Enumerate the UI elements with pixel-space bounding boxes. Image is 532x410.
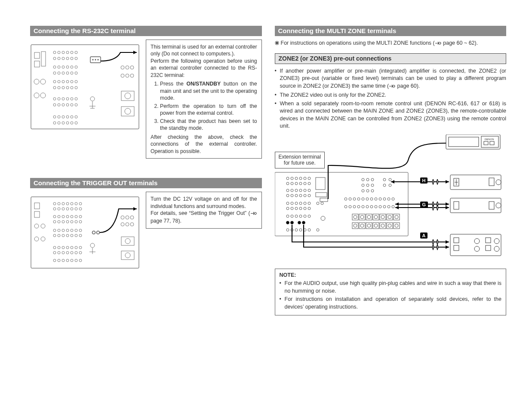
zone2-b2: The ZONE2 video out is only for the ZONE… [275, 92, 507, 99]
note-box: NOTE: For the AUDIO output, use high qua… [275, 269, 507, 316]
svg-rect-177 [490, 141, 494, 145]
rs232c-row: This terminal is used for an external co… [30, 40, 262, 159]
svg-point-71 [98, 59, 98, 60]
left-column: Connecting the RS-232C terminal [30, 26, 262, 315]
trigger-diagram [30, 196, 140, 269]
svg-point-69 [92, 59, 93, 60]
svg-rect-317 [486, 245, 491, 251]
svg-point-224 [302, 221, 305, 224]
svg-rect-308 [454, 202, 459, 209]
svg-rect-84 [31, 197, 139, 268]
right-column: Connecting the MULTI ZONE terminals For … [275, 26, 507, 315]
svg-point-315 [474, 246, 480, 251]
svg-point-223 [298, 221, 301, 224]
multizone-intro: For instructions on operations using the… [275, 40, 507, 48]
svg-rect-305 [489, 178, 494, 186]
heading-rs232c: Connecting the RS-232C terminal [30, 26, 262, 36]
zone2-b1: If another power amplifier or pre-main (… [275, 67, 507, 91]
rs232c-p1: This terminal is used for an external co… [151, 44, 257, 57]
trigger-row: Turn the DC 12V voltage on and off for t… [30, 192, 262, 269]
rs232c-steps: Press the ON/STANDBY button on the main … [151, 80, 257, 132]
svg-point-70 [95, 59, 96, 60]
rs232c-step-1: Press the ON/STANDBY button on the main … [160, 80, 257, 101]
rs232c-diagram [30, 44, 140, 130]
svg-point-318 [494, 239, 499, 244]
svg-point-222 [290, 221, 293, 224]
svg-point-319 [494, 246, 499, 251]
svg-point-310 [496, 203, 501, 208]
rs232c-p2: Perform the following operation before u… [151, 58, 257, 78]
rs232c-text-box: This terminal is used for an external co… [146, 40, 262, 159]
page-ref-icon [250, 211, 257, 217]
svg-point-221 [286, 221, 289, 224]
trigger-p2a: For details, see “Setting the Trigger Ou… [151, 210, 250, 216]
svg-rect-316 [486, 238, 491, 243]
rs232c-step-3: Check that the product has been set to t… [160, 118, 257, 132]
trigger-text-box: Turn the DC 12V voltage on and off for t… [146, 192, 262, 229]
zone2-bullets: If another power amplifier or pre-main (… [275, 67, 507, 130]
svg-point-314 [474, 239, 480, 244]
rs232c-step-2: Perform the operation to turn off the po… [160, 103, 257, 117]
heading-trigger: Connecting the TRIGGER OUT terminals [30, 178, 262, 188]
on-standby-button-label: ON/STANDBY [186, 81, 221, 87]
svg-rect-312 [454, 238, 459, 243]
diagram-label-G: G [420, 202, 428, 208]
svg-rect-309 [489, 202, 494, 209]
diagram-label-H: H [420, 177, 428, 184]
svg-marker-320 [446, 180, 449, 184]
diagram-label-A: A [420, 233, 428, 239]
svg-rect-173 [449, 137, 479, 147]
page-ref-icon [435, 40, 442, 48]
note-asterisk-icon [275, 40, 279, 48]
note-title: NOTE: [280, 272, 502, 279]
svg-rect-0 [31, 45, 139, 129]
svg-point-306 [496, 180, 501, 185]
svg-marker-323 [446, 206, 449, 209]
zone2-b3: When a sold separately room-to-room remo… [275, 100, 507, 130]
heading-multizone: Connecting the MULTI ZONE terminals [275, 26, 507, 36]
page-ref-icon [389, 83, 396, 91]
trigger-p2b: page 77, 78). [151, 218, 181, 224]
rs232c-p3: After checking the above, check the conn… [151, 134, 257, 154]
svg-rect-313 [454, 245, 459, 251]
manual-page: Connecting the RS-232C terminal [0, 0, 532, 333]
note-1: For the AUDIO output, use high quality p… [280, 280, 502, 295]
extension-terminal-label: Extension terminal for future use. [275, 152, 325, 169]
svg-marker-326 [446, 240, 449, 244]
subheading-zone2: ZONE2 (or ZONE3) pre-out connections [275, 53, 507, 64]
svg-rect-176 [484, 141, 488, 145]
svg-marker-327 [446, 245, 449, 249]
svg-text:DENON: DENON [485, 138, 494, 141]
svg-marker-322 [446, 202, 449, 206]
note-2: For instructions on installation and ope… [280, 296, 502, 311]
multizone-diagram: Extension terminal for future use. H G A… [275, 135, 503, 259]
trigger-p1: Turn the DC 12V voltage on and off for t… [151, 196, 257, 209]
